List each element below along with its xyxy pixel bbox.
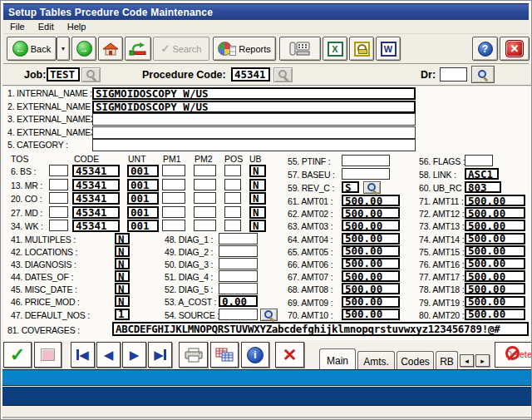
phone-button[interactable] xyxy=(279,37,321,61)
coverages-field[interactable]: ABCDEFGHIJKLMNOPQRSTUVWXYZabcdefghijklmn… xyxy=(112,322,529,336)
diag-field[interactable] xyxy=(219,258,258,269)
code-field[interactable]: 45341 xyxy=(72,165,120,177)
cancel-button[interactable]: ✕ xyxy=(275,342,304,368)
tab-scroll-right-button[interactable]: ▸ xyxy=(475,354,490,367)
unt-field[interactable]: 001 xyxy=(127,220,159,232)
name-field[interactable] xyxy=(92,113,416,126)
home-button[interactable] xyxy=(98,37,123,61)
tos-field[interactable] xyxy=(49,192,68,204)
diag-field[interactable] xyxy=(219,270,258,282)
option-field[interactable]: N xyxy=(115,270,130,282)
menu-item[interactable]: Edit xyxy=(38,22,54,32)
rev-c-field[interactable]: S xyxy=(342,181,359,193)
unt-field[interactable]: 001 xyxy=(127,165,159,177)
amount-field[interactable]: 500.00 xyxy=(465,233,525,245)
menu-item[interactable]: File xyxy=(10,22,25,32)
procedure-code-field[interactable]: 45341 xyxy=(231,67,270,82)
amount-field[interactable]: 500.00 xyxy=(465,283,525,294)
clear-button[interactable] xyxy=(34,342,62,368)
amount-field[interactable]: 500.00 xyxy=(465,270,525,282)
back-button[interactable]: ← Back xyxy=(7,37,57,61)
tos-field[interactable] xyxy=(49,220,68,231)
option-field[interactable]: N xyxy=(115,283,130,294)
amount-field[interactable]: 500.00 xyxy=(342,220,400,231)
amount-field[interactable]: 500.00 xyxy=(342,296,400,308)
tos-field[interactable] xyxy=(49,206,68,218)
code-field[interactable]: 45341 xyxy=(72,192,120,205)
pos-field[interactable] xyxy=(224,220,241,231)
name-field[interactable] xyxy=(92,126,416,139)
info-button[interactable]: i xyxy=(241,342,269,368)
accept-button[interactable]: ✓ xyxy=(3,342,32,368)
unt-field[interactable]: 001 xyxy=(127,206,159,219)
close-button[interactable]: ✕ xyxy=(500,37,530,61)
diag-field[interactable] xyxy=(219,283,258,294)
code-field[interactable]: 45341 xyxy=(72,179,120,191)
pm2-field[interactable] xyxy=(194,179,216,190)
amount-field[interactable]: 500.00 xyxy=(465,245,525,257)
job-field[interactable]: TEST xyxy=(47,67,80,82)
titlebar[interactable]: Setup Tables Prcedure Code Maintenance xyxy=(3,3,529,20)
excel-button[interactable]: X xyxy=(323,37,347,61)
previous-record-button[interactable]: ◀ xyxy=(96,342,121,368)
pos-field[interactable] xyxy=(224,192,241,204)
procedure-search-button[interactable] xyxy=(273,67,293,82)
amount-field[interactable]: 500.00 xyxy=(465,309,525,320)
rev-c-search-button[interactable] xyxy=(363,181,381,194)
code-field[interactable]: 45341 xyxy=(72,220,120,232)
pm1-field[interactable] xyxy=(162,192,185,204)
undo-button[interactable] xyxy=(125,37,151,61)
diag-field[interactable] xyxy=(219,309,258,320)
ub-field[interactable]: N xyxy=(249,165,266,177)
next-record-button[interactable]: ▶ xyxy=(122,342,146,368)
pm1-field[interactable] xyxy=(162,179,185,190)
name-field[interactable]: SIGMOIDOSCOPY W/US xyxy=(92,101,416,113)
pm1-field[interactable] xyxy=(162,206,185,218)
amount-field[interactable]: 500.00 xyxy=(342,283,400,294)
ub-rc-field[interactable]: 803 xyxy=(465,181,501,193)
schedule-button[interactable] xyxy=(349,37,374,61)
pm2-field[interactable] xyxy=(194,165,216,176)
pm1-field[interactable] xyxy=(162,220,185,231)
pos-field[interactable] xyxy=(224,179,241,190)
amount-field[interactable]: 500.00 xyxy=(465,296,525,308)
last-record-button[interactable]: ▶ xyxy=(148,342,172,368)
baseu-field[interactable] xyxy=(342,168,390,180)
amount-field[interactable]: 500.00 xyxy=(342,195,400,206)
diag-field[interactable]: 0.00 xyxy=(219,295,258,307)
reports-button[interactable]: Reports xyxy=(213,37,276,61)
amount-field[interactable]: 500.00 xyxy=(342,270,400,282)
diag-field[interactable] xyxy=(219,233,258,245)
dr-search-button[interactable] xyxy=(471,66,495,83)
ptinf-field[interactable] xyxy=(342,155,390,166)
name-field[interactable]: SIGMOIDOSCOPY W/US xyxy=(92,87,416,100)
amount-field[interactable]: 500.00 xyxy=(342,233,400,245)
pos-field[interactable] xyxy=(224,165,241,176)
name-field[interactable] xyxy=(92,139,416,151)
amount-field[interactable]: 500.00 xyxy=(342,207,400,219)
option-field[interactable]: 1 xyxy=(115,309,130,320)
ub-field[interactable]: N xyxy=(249,220,266,232)
option-field[interactable]: N xyxy=(115,245,130,257)
option-field[interactable]: N xyxy=(115,295,130,307)
option-field[interactable]: N xyxy=(115,258,130,269)
dr-field[interactable] xyxy=(440,67,467,82)
tab-scroll-left-button[interactable]: ◂ xyxy=(460,354,474,367)
word-button[interactable]: W xyxy=(376,37,401,61)
copy-records-button[interactable] xyxy=(210,342,239,368)
back-dropdown-button[interactable]: ▼ xyxy=(57,37,70,61)
pm1-field[interactable] xyxy=(162,165,185,176)
link-field[interactable]: ASC1 xyxy=(465,168,499,180)
flags-field[interactable] xyxy=(465,155,493,166)
amount-field[interactable]: 500.00 xyxy=(465,258,525,269)
amount-field[interactable]: 500.00 xyxy=(465,195,525,206)
amount-field[interactable]: 500.00 xyxy=(342,258,400,269)
delete-button[interactable]: Delete xyxy=(495,342,532,368)
ub-field[interactable]: N xyxy=(249,179,266,191)
amount-field[interactable]: 500.00 xyxy=(342,245,400,257)
job-search-button[interactable] xyxy=(81,67,101,82)
tos-field[interactable] xyxy=(49,165,68,176)
pm2-field[interactable] xyxy=(194,220,216,231)
amount-field[interactable]: 500.00 xyxy=(342,309,400,320)
pm2-field[interactable] xyxy=(194,206,216,218)
